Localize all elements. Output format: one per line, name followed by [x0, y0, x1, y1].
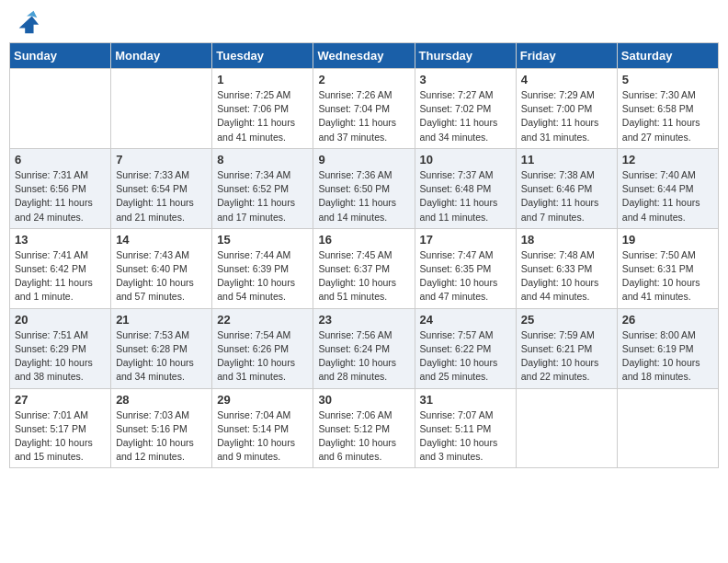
day-number: 25: [521, 313, 612, 327]
calendar-cell: 26Sunrise: 8:00 AM Sunset: 6:19 PM Dayli…: [617, 308, 718, 388]
day-number: 11: [521, 153, 612, 167]
weekday-header: Friday: [516, 43, 617, 69]
day-number: 31: [420, 393, 511, 407]
page-header: [9, 9, 719, 35]
day-info: Sunrise: 7:27 AM Sunset: 7:02 PM Dayligh…: [420, 88, 511, 144]
logo-icon: [15, 9, 40, 35]
day-number: 1: [217, 73, 308, 86]
calendar-table: SundayMondayTuesdayWednesdayThursdayFrid…: [9, 42, 719, 468]
day-info: Sunrise: 7:43 AM Sunset: 6:40 PM Dayligh…: [116, 248, 207, 304]
day-info: Sunrise: 7:53 AM Sunset: 6:28 PM Dayligh…: [116, 328, 207, 385]
calendar-cell: 2Sunrise: 7:26 AM Sunset: 7:04 PM Daylig…: [313, 69, 415, 149]
day-number: 10: [420, 153, 511, 167]
calendar-cell: [617, 388, 718, 468]
day-number: 20: [15, 313, 106, 327]
day-info: Sunrise: 7:01 AM Sunset: 5:17 PM Dayligh…: [15, 408, 106, 465]
day-number: 5: [622, 73, 713, 86]
day-info: Sunrise: 7:03 AM Sunset: 5:16 PM Dayligh…: [116, 408, 207, 465]
calendar-cell: 12Sunrise: 7:40 AM Sunset: 6:44 PM Dayli…: [617, 148, 718, 228]
calendar-cell: 1Sunrise: 7:25 AM Sunset: 7:06 PM Daylig…: [212, 69, 313, 149]
day-info: Sunrise: 7:37 AM Sunset: 6:48 PM Dayligh…: [420, 168, 511, 224]
day-number: 3: [420, 73, 511, 86]
calendar-cell: 6Sunrise: 7:31 AM Sunset: 6:56 PM Daylig…: [10, 148, 111, 228]
weekday-header: Sunday: [10, 43, 111, 69]
day-number: 2: [318, 73, 409, 86]
calendar-cell: 4Sunrise: 7:29 AM Sunset: 7:00 PM Daylig…: [516, 69, 617, 149]
day-number: 13: [15, 233, 106, 247]
calendar-cell: 23Sunrise: 7:56 AM Sunset: 6:24 PM Dayli…: [313, 308, 415, 388]
weekday-header: Monday: [111, 43, 212, 69]
day-number: 16: [318, 233, 409, 247]
day-number: 14: [116, 233, 207, 247]
day-info: Sunrise: 7:40 AM Sunset: 6:44 PM Dayligh…: [622, 168, 713, 224]
day-info: Sunrise: 7:51 AM Sunset: 6:29 PM Dayligh…: [15, 328, 106, 385]
calendar-cell: 14Sunrise: 7:43 AM Sunset: 6:40 PM Dayli…: [111, 228, 212, 308]
logo: [13, 9, 40, 35]
calendar-cell: 29Sunrise: 7:04 AM Sunset: 5:14 PM Dayli…: [212, 388, 313, 468]
calendar-cell: [10, 69, 111, 149]
day-number: 23: [318, 313, 409, 327]
day-info: Sunrise: 7:47 AM Sunset: 6:35 PM Dayligh…: [420, 248, 511, 304]
calendar-cell: 24Sunrise: 7:57 AM Sunset: 6:22 PM Dayli…: [415, 308, 516, 388]
day-number: 21: [116, 313, 207, 327]
day-info: Sunrise: 7:45 AM Sunset: 6:37 PM Dayligh…: [318, 248, 409, 304]
day-number: 4: [521, 73, 612, 86]
calendar-week-row: 20Sunrise: 7:51 AM Sunset: 6:29 PM Dayli…: [10, 308, 719, 388]
calendar-cell: 30Sunrise: 7:06 AM Sunset: 5:12 PM Dayli…: [313, 388, 415, 468]
day-info: Sunrise: 7:31 AM Sunset: 6:56 PM Dayligh…: [15, 168, 106, 224]
day-number: 12: [622, 153, 713, 167]
day-info: Sunrise: 7:29 AM Sunset: 7:00 PM Dayligh…: [521, 88, 612, 144]
day-info: Sunrise: 7:38 AM Sunset: 6:46 PM Dayligh…: [521, 168, 612, 224]
weekday-header: Wednesday: [313, 43, 415, 69]
day-info: Sunrise: 7:34 AM Sunset: 6:52 PM Dayligh…: [217, 168, 308, 224]
day-info: Sunrise: 7:50 AM Sunset: 6:31 PM Dayligh…: [622, 248, 713, 304]
calendar-week-row: 6Sunrise: 7:31 AM Sunset: 6:56 PM Daylig…: [10, 148, 719, 228]
calendar-cell: 18Sunrise: 7:48 AM Sunset: 6:33 PM Dayli…: [516, 228, 617, 308]
calendar-cell: 21Sunrise: 7:53 AM Sunset: 6:28 PM Dayli…: [111, 308, 212, 388]
calendar-cell: 17Sunrise: 7:47 AM Sunset: 6:35 PM Dayli…: [415, 228, 516, 308]
day-info: Sunrise: 7:48 AM Sunset: 6:33 PM Dayligh…: [521, 248, 612, 304]
day-info: Sunrise: 8:00 AM Sunset: 6:19 PM Dayligh…: [622, 328, 713, 385]
calendar-cell: 10Sunrise: 7:37 AM Sunset: 6:48 PM Dayli…: [415, 148, 516, 228]
day-number: 15: [217, 233, 308, 247]
calendar-cell: 11Sunrise: 7:38 AM Sunset: 6:46 PM Dayli…: [516, 148, 617, 228]
day-info: Sunrise: 7:41 AM Sunset: 6:42 PM Dayligh…: [15, 248, 106, 304]
weekday-header-row: SundayMondayTuesdayWednesdayThursdayFrid…: [10, 43, 719, 69]
day-number: 28: [116, 393, 207, 407]
calendar-cell: 20Sunrise: 7:51 AM Sunset: 6:29 PM Dayli…: [10, 308, 111, 388]
calendar-cell: 28Sunrise: 7:03 AM Sunset: 5:16 PM Dayli…: [111, 388, 212, 468]
calendar-cell: 15Sunrise: 7:44 AM Sunset: 6:39 PM Dayli…: [212, 228, 313, 308]
day-number: 30: [318, 393, 409, 407]
day-info: Sunrise: 7:54 AM Sunset: 6:26 PM Dayligh…: [217, 328, 308, 385]
day-info: Sunrise: 7:44 AM Sunset: 6:39 PM Dayligh…: [217, 248, 308, 304]
weekday-header: Tuesday: [212, 43, 313, 69]
day-info: Sunrise: 7:36 AM Sunset: 6:50 PM Dayligh…: [318, 168, 409, 224]
calendar-cell: 3Sunrise: 7:27 AM Sunset: 7:02 PM Daylig…: [415, 69, 516, 149]
day-number: 22: [217, 313, 308, 327]
day-info: Sunrise: 7:04 AM Sunset: 5:14 PM Dayligh…: [217, 408, 308, 465]
day-number: 24: [420, 313, 511, 327]
calendar-cell: 16Sunrise: 7:45 AM Sunset: 6:37 PM Dayli…: [313, 228, 415, 308]
calendar-cell: 8Sunrise: 7:34 AM Sunset: 6:52 PM Daylig…: [212, 148, 313, 228]
day-number: 29: [217, 393, 308, 407]
calendar-week-row: 27Sunrise: 7:01 AM Sunset: 5:17 PM Dayli…: [10, 388, 719, 468]
calendar-cell: [516, 388, 617, 468]
calendar-cell: 31Sunrise: 7:07 AM Sunset: 5:11 PM Dayli…: [415, 388, 516, 468]
calendar-cell: 5Sunrise: 7:30 AM Sunset: 6:58 PM Daylig…: [617, 69, 718, 149]
calendar-cell: 19Sunrise: 7:50 AM Sunset: 6:31 PM Dayli…: [617, 228, 718, 308]
day-number: 27: [15, 393, 106, 407]
calendar-cell: 7Sunrise: 7:33 AM Sunset: 6:54 PM Daylig…: [111, 148, 212, 228]
calendar-week-row: 1Sunrise: 7:25 AM Sunset: 7:06 PM Daylig…: [10, 69, 719, 149]
day-number: 26: [622, 313, 713, 327]
calendar-cell: [111, 69, 212, 149]
day-number: 17: [420, 233, 511, 247]
day-info: Sunrise: 7:33 AM Sunset: 6:54 PM Dayligh…: [116, 168, 207, 224]
calendar-cell: 25Sunrise: 7:59 AM Sunset: 6:21 PM Dayli…: [516, 308, 617, 388]
day-info: Sunrise: 7:07 AM Sunset: 5:11 PM Dayligh…: [420, 408, 511, 465]
day-info: Sunrise: 7:25 AM Sunset: 7:06 PM Dayligh…: [217, 88, 308, 144]
day-info: Sunrise: 7:26 AM Sunset: 7:04 PM Dayligh…: [318, 88, 409, 144]
day-number: 6: [15, 153, 106, 167]
day-info: Sunrise: 7:30 AM Sunset: 6:58 PM Dayligh…: [622, 88, 713, 144]
svg-marker-0: [19, 16, 39, 33]
calendar-cell: 22Sunrise: 7:54 AM Sunset: 6:26 PM Dayli…: [212, 308, 313, 388]
